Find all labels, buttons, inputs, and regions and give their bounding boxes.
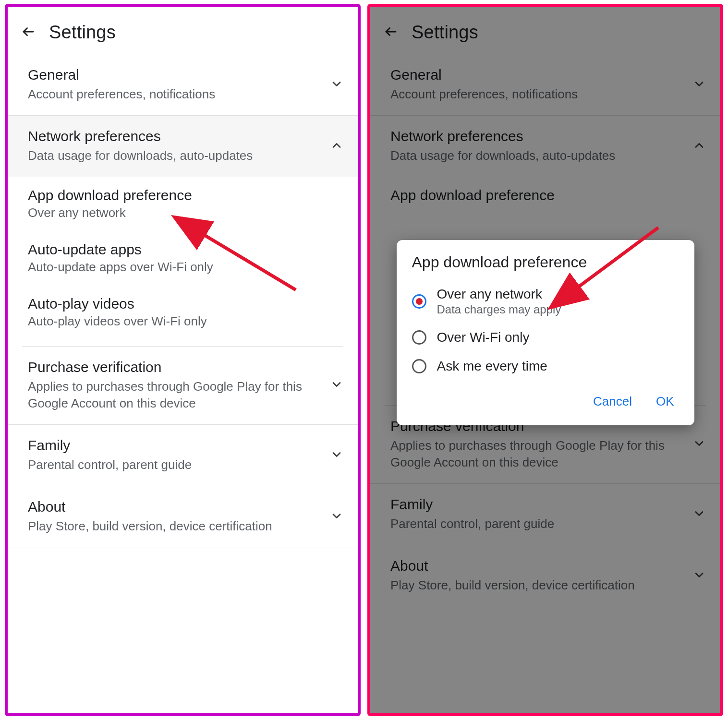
subitem-app-download[interactable]: App download preference Over any network bbox=[8, 177, 358, 231]
section-label: About bbox=[28, 499, 320, 515]
subitem-auto-play[interactable]: Auto-play videos Auto-play videos over W… bbox=[8, 285, 358, 339]
section-general[interactable]: General Account preferences, notificatio… bbox=[8, 54, 358, 116]
settings-list: General Account preferences, notificatio… bbox=[8, 54, 358, 548]
header: Settings bbox=[8, 7, 358, 54]
settings-screen-left: Settings General Account preferences, no… bbox=[8, 7, 358, 713]
subitem-auto-update[interactable]: Auto-update apps Auto-update apps over W… bbox=[8, 231, 358, 285]
section-network[interactable]: Network preferences Data usage for downl… bbox=[8, 116, 358, 177]
radio-option-ask-every-time[interactable]: Ask me every time bbox=[397, 352, 694, 381]
cancel-button[interactable]: Cancel bbox=[590, 389, 635, 414]
ok-button[interactable]: OK bbox=[653, 389, 677, 414]
dialog-title: App download preference bbox=[397, 253, 694, 280]
section-label: General bbox=[28, 67, 320, 83]
panel-left: Settings General Account preferences, no… bbox=[5, 4, 361, 716]
section-sub: Parental control, parent guide bbox=[28, 456, 320, 473]
section-about[interactable]: About Play Store, build version, device … bbox=[8, 486, 358, 548]
back-icon[interactable] bbox=[21, 24, 36, 41]
panel-right: Settings General Account preferences, no… bbox=[367, 4, 723, 716]
chevron-up-icon bbox=[330, 139, 343, 154]
chevron-down-icon bbox=[330, 448, 343, 463]
section-family[interactable]: Family Parental control, parent guide bbox=[8, 425, 358, 486]
option-sub: Data charges may apply bbox=[437, 303, 561, 316]
chevron-down-icon bbox=[330, 378, 343, 393]
subitem-label: App download preference bbox=[28, 187, 343, 204]
radio-option-any-network[interactable]: Over any network Data charges may apply bbox=[397, 280, 694, 323]
chevron-down-icon bbox=[330, 509, 343, 525]
radio-icon bbox=[412, 359, 426, 373]
dialog-app-download-preference: App download preference Over any network… bbox=[397, 240, 694, 425]
subitem-label: Auto-play videos bbox=[28, 296, 343, 312]
section-purchase[interactable]: Purchase verification Applies to purchas… bbox=[8, 347, 358, 425]
section-sub: Play Store, build version, device certif… bbox=[28, 518, 320, 535]
option-label: Over any network bbox=[437, 287, 561, 302]
radio-icon bbox=[412, 294, 426, 309]
radio-icon bbox=[412, 330, 426, 345]
option-label: Ask me every time bbox=[437, 359, 547, 374]
section-sub: Account preferences, notifications bbox=[28, 86, 320, 103]
section-sub: Data usage for downloads, auto-updates bbox=[28, 147, 320, 164]
dialog-actions: Cancel OK bbox=[397, 381, 694, 417]
settings-screen-right: Settings General Account preferences, no… bbox=[370, 7, 720, 713]
subitem-label: Auto-update apps bbox=[28, 241, 343, 258]
option-label: Over Wi-Fi only bbox=[437, 330, 530, 345]
section-label: Purchase verification bbox=[28, 359, 320, 375]
subitem-sub: Auto-update apps over Wi-Fi only bbox=[28, 260, 343, 275]
section-label: Network preferences bbox=[28, 128, 320, 144]
chevron-down-icon bbox=[330, 77, 343, 93]
subitem-sub: Auto-play videos over Wi-Fi only bbox=[28, 314, 343, 329]
section-label: Family bbox=[28, 437, 320, 454]
section-sub: Applies to purchases through Google Play… bbox=[28, 378, 320, 412]
page-title: Settings bbox=[49, 22, 116, 43]
radio-option-wifi-only[interactable]: Over Wi-Fi only bbox=[397, 323, 694, 352]
subitem-sub: Over any network bbox=[28, 205, 343, 220]
